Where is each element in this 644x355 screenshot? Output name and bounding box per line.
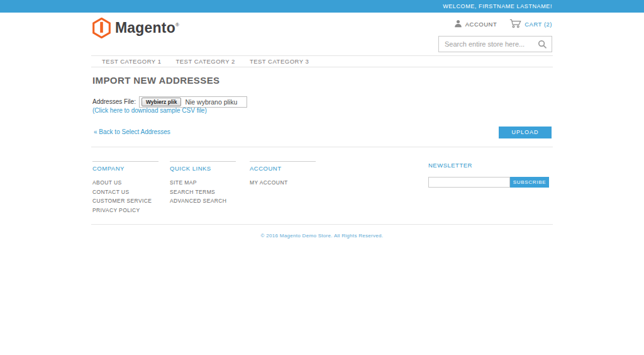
footer-link-contact-us[interactable]: CONTACT US [92, 188, 158, 197]
choose-file-button[interactable]: Wybierz plik [142, 98, 181, 106]
magento-logo-icon [92, 18, 111, 38]
back-to-select-addresses-link[interactable]: « Back to Select Addresses [94, 128, 170, 135]
newsletter-form: SUBSCRIBE [428, 177, 549, 188]
addresses-file-row: Addresses File: Wybierz plik Nie wybrano… [92, 96, 247, 108]
nav-test-category-3[interactable]: TEST CATEGORY 3 [250, 58, 309, 65]
welcome-message: WELCOME, FIRSTNAME LASTNAME! [443, 0, 552, 13]
copyright-divider [91, 224, 553, 225]
registered-mark: ® [175, 22, 179, 28]
footer-link-site-map[interactable]: SITE MAP [170, 178, 236, 188]
file-status-text: Nie wybrano pliku [185, 98, 237, 106]
footer-link-about-us[interactable]: ABOUT US [92, 178, 158, 188]
footer-column-company: COMPANY ABOUT US CONTACT US CUSTOMER SER… [92, 161, 158, 215]
newsletter-email-input[interactable] [428, 177, 510, 188]
content-footer-divider [91, 147, 553, 147]
nav-test-category-1[interactable]: TEST CATEGORY 1 [102, 58, 161, 65]
footer-heading-account: ACCOUNT [250, 165, 316, 172]
search-icon[interactable] [538, 40, 547, 52]
account-label: ACCOUNT [465, 20, 497, 30]
import-addresses-page: WELCOME, FIRSTNAME LASTNAME! Magento® AC… [0, 0, 644, 355]
category-nav: TEST CATEGORY 1 TEST CATEGORY 2 TEST CAT… [91, 55, 553, 67]
copyright-text: © 2016 Magento Demo Store. All Rights Re… [0, 233, 644, 239]
newsletter-section: NEWSLETTER SUBSCRIBE [428, 162, 549, 188]
footer-column-quick-links: QUICK LINKS SITE MAP SEARCH TERMS ADVANC… [170, 161, 236, 206]
magento-logo[interactable]: Magento® [92, 18, 179, 38]
search-input[interactable] [439, 37, 552, 52]
footer-link-advanced-search[interactable]: ADVANCED SEARCH [170, 196, 236, 206]
logo-wordmark: Magento® [115, 20, 179, 37]
account-link[interactable]: ACCOUNT [454, 20, 497, 30]
subscribe-button[interactable]: SUBSCRIBE [510, 177, 549, 188]
footer-link-search-terms[interactable]: SEARCH TERMS [170, 188, 236, 197]
header-links: ACCOUNT CART (2) [454, 19, 552, 30]
search-box [438, 36, 552, 52]
footer-link-privacy-policy[interactable]: PRIVACY POLICY [92, 206, 158, 215]
page-title: IMPORT NEW ADDRESSES [92, 75, 219, 86]
welcome-bar: WELCOME, FIRSTNAME LASTNAME! [0, 0, 644, 13]
cart-icon [509, 19, 521, 30]
footer-heading-company: COMPANY [92, 165, 158, 172]
file-input: Wybierz plik Nie wybrano pliku [139, 96, 247, 108]
newsletter-heading: NEWSLETTER [428, 162, 549, 169]
footer-heading-quick-links: QUICK LINKS [170, 165, 236, 172]
nav-test-category-2[interactable]: TEST CATEGORY 2 [175, 58, 235, 65]
account-icon [454, 20, 462, 29]
footer-link-customer-service[interactable]: CUSTOMER SERVICE [92, 196, 158, 206]
footer-column-account: ACCOUNT MY ACCOUNT [250, 161, 316, 188]
cart-label: CART (2) [525, 20, 552, 30]
footer-link-my-account[interactable]: MY ACCOUNT [250, 178, 316, 188]
addresses-file-label: Addresses File: [92, 98, 136, 105]
sample-csv-link[interactable]: (Click here to download sample CSV file) [92, 107, 207, 114]
cart-link[interactable]: CART (2) [509, 19, 552, 30]
upload-button[interactable]: UPLOAD [499, 127, 552, 138]
